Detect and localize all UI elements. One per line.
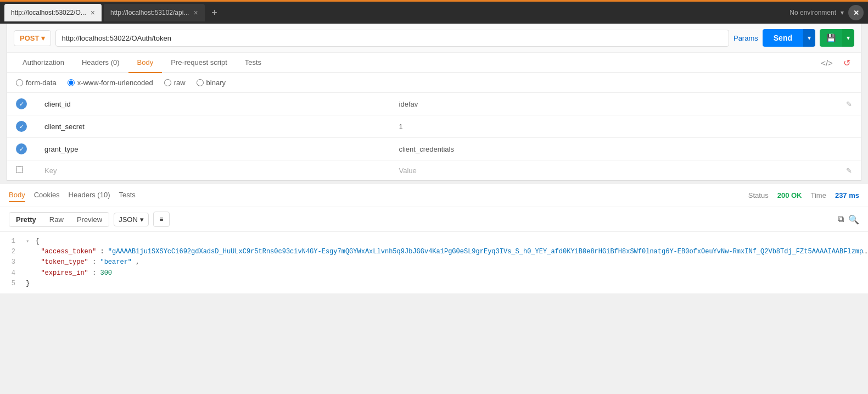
key-cell-3[interactable]: grant_type — [36, 138, 390, 160]
collapse-icon[interactable]: ▾ — [26, 238, 29, 245]
tab-authorization[interactable]: Authorization — [14, 53, 73, 73]
resp-tab-headers[interactable]: Headers (10) — [69, 188, 110, 202]
code-icon: </> — [821, 58, 833, 68]
edit-icon-placeholder[interactable]: ✎ — [837, 160, 861, 181]
checked-icon-3: ✓ — [16, 143, 27, 154]
browser-tab-bar: http://localhost:53022/O... × http://loc… — [0, 2, 868, 24]
radio-binary-label: binary — [206, 79, 226, 87]
val-cell-2[interactable]: 1 — [390, 115, 837, 138]
tab-headers[interactable]: Headers (0) — [73, 53, 128, 73]
main-panel: POST ▾ Params Send ▾ 💾 ▾ Authorization H… — [7, 24, 861, 181]
save-button[interactable]: 💾 — [820, 29, 842, 47]
tab-1[interactable]: http://localhost:53022/O... × — [4, 4, 102, 21]
method-label: POST — [20, 34, 39, 42]
tab-2[interactable]: http://localhost:53102/api... × — [104, 4, 205, 21]
refresh-icon-button[interactable]: ↺ — [839, 55, 854, 70]
status-value: 200 OK — [777, 191, 802, 199]
tab-2-label: http://localhost:53102/api... — [110, 9, 189, 16]
table-row: ✓ client_secret 1 — [7, 115, 861, 138]
view-format-bar: Pretty Raw Preview JSON ▾ ≡ ⧉ 🔍 — [0, 207, 868, 232]
row-check-placeholder-input[interactable] — [16, 166, 23, 173]
radio-urlencoded-input[interactable] — [68, 79, 75, 86]
resp-tab-tests[interactable]: Tests — [119, 188, 135, 202]
row-check-placeholder[interactable] — [7, 160, 36, 181]
method-selector[interactable]: POST ▾ — [14, 30, 51, 46]
refresh-icon: ↺ — [843, 58, 850, 68]
save-button-group: 💾 ▾ — [820, 29, 854, 47]
format-tab-pretty[interactable]: Pretty — [9, 213, 43, 226]
format-tab-preview[interactable]: Preview — [70, 213, 109, 226]
json-type-selector[interactable]: JSON ▾ — [114, 213, 149, 226]
radio-raw[interactable]: raw — [164, 79, 186, 87]
format-tab-raw[interactable]: Raw — [43, 213, 70, 226]
table-row-placeholder: Key Value ✎ — [7, 160, 861, 181]
row-check-3[interactable]: ✓ — [7, 138, 36, 160]
json-line-5: 5 } — [0, 279, 868, 289]
method-chevron-icon: ▾ — [41, 34, 45, 42]
json-type-label: JSON — [119, 215, 138, 224]
radio-raw-label: raw — [174, 79, 186, 87]
radio-form-data[interactable]: form-data — [16, 79, 57, 87]
key-cell-placeholder[interactable]: Key — [36, 160, 390, 181]
save-arrow-button[interactable]: ▾ — [842, 29, 854, 47]
key-cell-1[interactable]: client_id — [36, 93, 390, 115]
send-button[interactable]: Send — [763, 29, 803, 47]
edit-icon-2[interactable] — [837, 115, 861, 138]
status-area: Status 200 OK Time 237 ms — [748, 191, 859, 199]
json-output: 1 ▾ { 2 "access_token" : "gAAAABiju1SXSY… — [0, 232, 868, 293]
json-line-3: 3 "token_type" : "bearer" , — [0, 257, 868, 268]
val-cell-1[interactable]: idefav — [390, 93, 837, 115]
env-label: No environment — [789, 9, 836, 16]
search-icon-button[interactable]: 🔍 — [848, 214, 859, 225]
edit-icon-3[interactable] — [837, 138, 861, 160]
val-cell-3[interactable]: client_credentials — [390, 138, 837, 160]
wrap-lines-button[interactable]: ≡ — [153, 212, 170, 227]
table-row: ✓ client_id idefav ✎ — [7, 93, 861, 115]
radio-raw-input[interactable] — [164, 79, 171, 86]
radio-form-data-label: form-data — [26, 79, 57, 87]
response-action-icons: ⧉ 🔍 — [838, 214, 859, 225]
add-tab-button[interactable]: + — [207, 5, 222, 20]
edit-icon-1[interactable]: ✎ — [837, 93, 861, 115]
json-line-4: 4 "expires_in" : 300 — [0, 268, 868, 279]
json-line-2: 2 "access_token" : "gAAAABiju1SXSYcCi692… — [0, 247, 868, 257]
json-line-1: 1 ▾ { — [0, 236, 868, 247]
tab-prerequest[interactable]: Pre-request script — [162, 53, 236, 73]
tab-1-close[interactable]: × — [91, 9, 95, 16]
resp-tab-cookies[interactable]: Cookies — [34, 188, 60, 202]
code-icon-button[interactable]: </> — [819, 55, 835, 70]
checked-icon-2: ✓ — [16, 121, 27, 132]
tab-2-close[interactable]: × — [193, 9, 198, 16]
radio-binary-input[interactable] — [197, 79, 204, 86]
copy-icon-button[interactable]: ⧉ — [838, 214, 844, 225]
tab-body[interactable]: Body — [128, 53, 163, 73]
checked-icon-1: ✓ — [16, 98, 27, 109]
request-bar: POST ▾ Params Send ▾ 💾 ▾ — [7, 24, 861, 53]
url-input[interactable] — [55, 30, 729, 47]
env-chevron-icon[interactable]: ▾ — [841, 9, 844, 16]
time-value: 237 ms — [835, 191, 859, 199]
response-section: Body Cookies Headers (10) Tests Status 2… — [0, 181, 868, 293]
radio-form-data-input[interactable] — [16, 79, 23, 86]
wrap-lines-icon: ≡ — [159, 215, 163, 223]
val-cell-placeholder[interactable]: Value — [390, 160, 837, 181]
radio-urlencoded-label: x-www-form-urlencoded — [77, 79, 153, 87]
send-button-group: Send ▾ — [763, 29, 815, 47]
top-right-area: No environment ▾ ✕ — [789, 5, 864, 20]
json-chevron-icon: ▾ — [140, 215, 144, 224]
row-check-1[interactable]: ✓ — [7, 93, 36, 115]
tab-icon-area: </> ↺ — [819, 55, 854, 70]
row-check-2[interactable]: ✓ — [7, 115, 36, 138]
table-row: ✓ grant_type client_credentials — [7, 138, 861, 160]
radio-urlencoded[interactable]: x-www-form-urlencoded — [68, 79, 153, 87]
status-label: Status — [748, 191, 769, 199]
resp-tab-body[interactable]: Body — [9, 188, 25, 202]
send-arrow-button[interactable]: ▾ — [803, 29, 815, 47]
body-type-row: form-data x-www-form-urlencoded raw bina… — [7, 73, 861, 93]
params-button[interactable]: Params — [733, 34, 758, 42]
key-cell-2[interactable]: client_secret — [36, 115, 390, 138]
tab-tests[interactable]: Tests — [236, 53, 270, 73]
radio-binary[interactable]: binary — [197, 79, 226, 87]
response-tabs-row: Body Cookies Headers (10) Tests Status 2… — [0, 184, 868, 207]
tab-1-label: http://localhost:53022/O... — [11, 9, 86, 16]
